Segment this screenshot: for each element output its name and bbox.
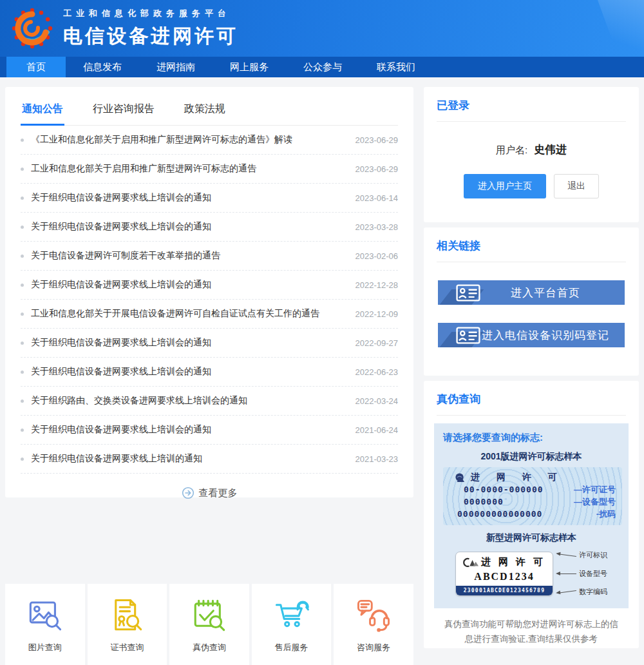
- bullet-icon: [21, 168, 24, 171]
- mark-2001-row: 000000000000000 -扰码: [448, 508, 617, 520]
- service-picture-search[interactable]: 图片查询: [5, 584, 85, 665]
- divider: [437, 121, 626, 122]
- picture-search-icon: [26, 596, 64, 635]
- enter-user-home-button[interactable]: 进入用户主页: [464, 174, 546, 198]
- nav-item-home[interactable]: 首页: [6, 57, 66, 77]
- scramble-code-value: 000000000000000: [457, 509, 542, 519]
- notice-item[interactable]: 关于组织电信设备进网要求线上培训的通知2021-03-23: [21, 445, 398, 474]
- notice-date: 2022-12-09: [355, 309, 399, 319]
- service-label: 真伪查询: [193, 642, 226, 653]
- service-shortcuts: 图片查询 证书查询: [5, 584, 413, 665]
- nav-item-access-guide[interactable]: 进网指南: [139, 57, 213, 77]
- authenticity-check-card: 真伪查询 请选择您要查询的标志: 2001版进网许可标志样本 进 网 许 可: [424, 381, 639, 648]
- license-number-value: 00-0000-000000: [464, 485, 544, 494]
- notice-title[interactable]: 关于组织电信设备进网要求线上培训会的通知: [31, 366, 344, 378]
- tab-policies[interactable]: 政策法规: [183, 97, 227, 125]
- mark-2001-title: 进 网 许 可: [471, 472, 564, 483]
- notice-item[interactable]: 《工业和信息化部关于启用和推广新型进网许可标志的通告》解读2023-06-29: [21, 126, 398, 155]
- nav-item-info-release[interactable]: 信息发布: [66, 57, 139, 77]
- related-links-card: 相关链接 进入平台首页: [424, 227, 639, 376]
- left-column: 通知公告 行业咨询报告 政策法规 《工业和信息化部关于启用和推广新型进网许可标志…: [5, 87, 413, 665]
- view-more-button[interactable]: 查看更多: [21, 487, 398, 499]
- bullet-icon: [21, 255, 24, 258]
- app-header: 工业和信息化部政务服务平台 电信设备进网许可: [0, 0, 644, 57]
- notice-title[interactable]: 关于组织电信设备进网要求线上培训会的通知: [31, 424, 344, 436]
- platform-home-link[interactable]: 进入平台首页: [438, 280, 625, 305]
- service-authenticity-search[interactable]: 真伪查询: [169, 584, 249, 665]
- id-card-icon: [456, 284, 480, 302]
- notice-title[interactable]: 关于组织电信设备进网要求线上培训会的通知: [31, 337, 344, 349]
- mark-new-title: 进 网 许 可: [481, 556, 546, 568]
- tab-notices[interactable]: 通知公告: [21, 97, 64, 126]
- header-titles: 工业和信息化部政务服务平台 电信设备进网许可: [63, 8, 238, 50]
- bullet-icon: [21, 400, 24, 403]
- device-id-register-link-label: 进入电信设备识别码登记: [482, 328, 609, 343]
- circle-arrow-right-icon: [182, 487, 194, 499]
- callout-license-mark: 许可标识: [557, 550, 607, 560]
- scramble-code-label: -扰码: [596, 508, 616, 520]
- notice-title[interactable]: 关于组织电信设备进网要求线上培训会的通知: [31, 221, 344, 233]
- service-consult[interactable]: 咨询服务: [334, 584, 413, 665]
- sample-new-wrap: 进 网 许 可 ABCD1234 230001ABCDE0123456789 许…: [443, 549, 620, 598]
- arrow-left-icon: [557, 573, 576, 574]
- view-more-label: 查看更多: [199, 487, 238, 499]
- mark-select-prompt: 请选择您要查询的标志:: [443, 432, 620, 444]
- sample-2001-mark[interactable]: 进 网 许 可 00-0000-000000 —许可证号 0000000 —设备…: [443, 467, 622, 525]
- mark-2001-row: 0000000 —设备型号: [448, 496, 617, 508]
- callout-label: 设备型号: [579, 569, 607, 579]
- bullet-icon: [21, 284, 24, 287]
- stamp-globe-icon: [455, 472, 466, 483]
- notice-title[interactable]: 《工业和信息化部关于启用和推广新型进网许可标志的通告》解读: [31, 134, 344, 146]
- service-after-sales[interactable]: 售后服务: [252, 584, 332, 665]
- tab-industry-reports[interactable]: 行业咨询报告: [91, 97, 156, 125]
- notice-item[interactable]: 工业和信息化部关于启用和推广新型进网许可标志的通告2023-06-29: [21, 155, 398, 184]
- notice-title[interactable]: 关于组织电信设备进网要求线上培训的通知: [31, 453, 344, 465]
- nav-item-public-participation[interactable]: 公众参与: [286, 57, 359, 77]
- arrow-left-icon: [557, 590, 576, 593]
- notice-title[interactable]: 关于电信设备进网许可制度若干改革举措的通告: [31, 250, 344, 262]
- sample-new-heading: 新型进网许可标志样本: [443, 532, 620, 544]
- notice-date: 2021-03-23: [355, 454, 399, 464]
- login-status-card: 已登录 用户名:史伟进 进入用户主页 退出: [424, 87, 639, 222]
- notice-title[interactable]: 关于组织路由、交换类设备进网要求线上培训会的通知: [31, 395, 344, 407]
- username-label: 用户名:: [496, 144, 527, 155]
- mark-select-panel: 请选择您要查询的标志: 2001版进网许可标志样本 进 网 许 可 00-000…: [434, 423, 629, 608]
- notice-item[interactable]: 关于组织电信设备进网要求线上培训会的通知2023-06-14: [21, 184, 398, 213]
- site-logo[interactable]: [8, 4, 57, 53]
- notice-title[interactable]: 关于组织电信设备进网要求线上培训会的通知: [31, 192, 344, 204]
- notice-date: 2023-06-29: [355, 164, 399, 174]
- mark-new-model: ABCD1234: [456, 570, 553, 586]
- callout-digital-code: 数字编码: [557, 587, 607, 597]
- notice-item[interactable]: 工业和信息化部关于开展电信设备进网许可自检自证试点有关工作的通告2022-12-…: [21, 300, 398, 329]
- mark-new-title-row: 进 网 许 可: [456, 552, 553, 570]
- notice-item[interactable]: 关于组织路由、交换类设备进网要求线上培训会的通知2022-03-24: [21, 387, 398, 416]
- mark-new-code: 230001ABCDE0123456789: [456, 586, 553, 595]
- id-card-icon: [456, 327, 480, 344]
- logout-button[interactable]: 退出: [554, 174, 599, 198]
- notice-date: 2021-06-24: [355, 425, 399, 435]
- notice-item[interactable]: 关于组织电信设备进网要求线上培训会的通知2022-09-27: [21, 329, 398, 358]
- page-title: 电信设备进网许可: [63, 23, 238, 50]
- certificate-search-icon: [108, 596, 146, 635]
- notice-title[interactable]: 工业和信息化部关于启用和推广新型进网许可标志的通告: [31, 163, 344, 175]
- notice-item[interactable]: 关于组织电信设备进网要求线上培训会的通知2023-03-28: [21, 213, 398, 242]
- right-column: 已登录 用户名:史伟进 进入用户主页 退出 相关链接: [424, 87, 639, 665]
- notice-title[interactable]: 关于组织电信设备进网要求线上培训会的通知: [31, 279, 344, 291]
- main-nav: 首页 信息发布 进网指南 网上服务 公众参与 联系我们: [0, 57, 644, 77]
- nav-item-online-service[interactable]: 网上服务: [213, 57, 286, 77]
- nav-item-contact-us[interactable]: 联系我们: [359, 57, 433, 77]
- notice-item[interactable]: 关于电信设备进网许可制度若干改革举措的通告2023-02-06: [21, 242, 398, 271]
- notice-item[interactable]: 关于组织电信设备进网要求线上培训会的通知2022-12-28: [21, 271, 398, 300]
- notice-item[interactable]: 关于组织电信设备进网要求线上培训会的通知2021-06-24: [21, 416, 398, 445]
- divider: [437, 262, 626, 262]
- notice-item[interactable]: 关于组织电信设备进网要求线上培训会的通知2022-06-23: [21, 358, 398, 387]
- service-label: 咨询服务: [357, 642, 390, 653]
- service-certificate-search[interactable]: 证书查询: [88, 584, 167, 665]
- device-id-register-link[interactable]: 进入电信设备识别码登记: [438, 323, 625, 347]
- bullet-icon: [21, 458, 24, 461]
- sample-new-mark[interactable]: 进 网 许 可 ABCD1234 230001ABCDE0123456789: [455, 552, 553, 596]
- username-row: 用户名:史伟进: [424, 142, 639, 157]
- bullet-icon: [21, 429, 24, 432]
- notice-title[interactable]: 工业和信息化部关于开展电信设备进网许可自检自证试点有关工作的通告: [31, 308, 344, 320]
- notice-date: 2023-02-06: [355, 251, 399, 261]
